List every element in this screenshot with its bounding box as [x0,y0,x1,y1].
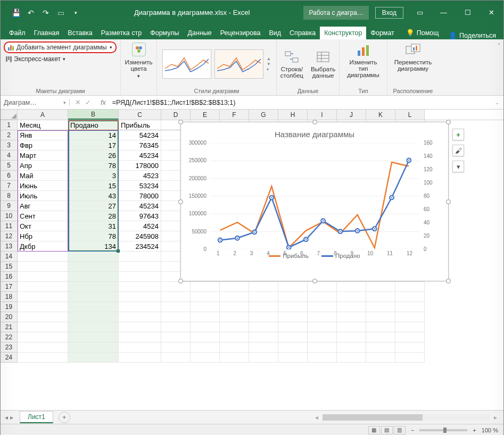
tab-data[interactable]: Данные [184,27,216,39]
cell[interactable] [366,302,395,312]
cell[interactable] [191,342,220,353]
cell[interactable] [337,302,366,312]
cell[interactable] [18,322,68,332]
cell[interactable] [249,342,278,353]
col-header-E[interactable]: E [191,110,220,120]
cell[interactable] [220,322,249,332]
zoom-slider[interactable] [419,429,467,431]
cell[interactable] [119,342,161,353]
view-page-layout-icon[interactable]: ▤ [381,426,393,434]
col-header-L[interactable]: L [395,110,425,120]
row-header[interactable]: 22 [1,332,18,342]
cell[interactable] [191,312,220,322]
row-header[interactable]: 21 [1,322,18,332]
cell[interactable] [119,282,161,292]
col-header-H[interactable]: H [278,110,308,120]
col-header-G[interactable]: G [249,110,278,120]
cell[interactable] [366,282,395,292]
cell[interactable] [161,312,191,322]
cell[interactable] [278,302,308,312]
chart-style-1[interactable] [162,49,211,79]
cell[interactable] [337,342,366,353]
cell[interactable] [68,332,119,342]
cell[interactable] [278,292,308,302]
cell[interactable]: Продано [68,120,119,130]
cell[interactable]: 3 [68,171,119,181]
cell[interactable]: Июнь [18,181,68,191]
sheet-tab-1[interactable]: Лист1 [20,411,53,423]
col-header-J[interactable]: J [337,110,366,120]
sheet-nav-prev-icon[interactable]: ◂ [5,414,8,421]
cell[interactable] [161,332,191,342]
cell[interactable] [18,342,68,353]
cell[interactable] [68,302,119,312]
row-header[interactable]: 1 [1,120,18,130]
cell[interactable] [161,292,191,302]
tab-view[interactable]: Вид [265,27,285,39]
cell[interactable]: 31 [68,221,119,231]
cell[interactable]: Месяц [18,120,68,130]
cell[interactable]: 26 [68,150,119,161]
row-header[interactable]: 9 [1,201,18,211]
cell[interactable]: 43 [68,191,119,201]
undo-icon[interactable]: ↶ [26,8,36,18]
cell[interactable]: 245908 [119,231,161,241]
row-header[interactable]: 3 [1,140,18,150]
cell[interactable] [366,312,395,322]
tell-me[interactable]: 💡Помощ [402,26,443,39]
cell[interactable] [308,282,337,292]
cell[interactable] [395,292,425,302]
tab-help[interactable]: Справка [285,27,320,39]
row-header[interactable]: 2 [1,130,18,140]
cell[interactable]: 178000 [119,161,161,171]
cell[interactable] [220,353,249,363]
cell[interactable] [278,322,308,332]
row-header[interactable]: 20 [1,312,18,322]
row-header[interactable]: 17 [1,282,18,292]
cell[interactable] [68,312,119,322]
cell[interactable]: Дкбр [18,241,68,252]
cell[interactable] [191,353,220,363]
cell[interactable] [249,302,278,312]
cell[interactable] [220,342,249,353]
row-header[interactable]: 11 [1,221,18,231]
cell[interactable] [119,353,161,363]
cell[interactable] [366,353,395,363]
collapse-ribbon-icon[interactable]: ˄ [498,43,500,48]
cell[interactable] [68,353,119,363]
cell[interactable] [308,322,337,332]
cell[interactable]: 76345 [119,140,161,150]
cell[interactable]: 27 [68,201,119,211]
cell[interactable] [249,353,278,363]
cell[interactable]: 15 [68,181,119,191]
cell[interactable] [337,353,366,363]
cell[interactable]: Март [18,150,68,161]
cell[interactable] [308,302,337,312]
cell[interactable]: 54234 [119,130,161,140]
cancel-formula-icon[interactable]: ✕ [75,98,81,106]
col-header-I[interactable]: I [308,110,337,120]
cell[interactable]: 78 [68,161,119,171]
cell[interactable] [337,292,366,302]
hscroll-right-icon[interactable]: ▸ [491,414,500,421]
cell[interactable] [308,353,337,363]
tab-insert[interactable]: Вставка [63,27,96,39]
accept-formula-icon[interactable]: ✓ [85,98,91,106]
close-icon[interactable]: ✕ [480,5,503,21]
chart-object[interactable]: Название диаграммы 300000250000200000150… [180,122,449,281]
row-header[interactable]: 13 [1,241,18,252]
col-header-A[interactable]: A [18,110,68,120]
cell[interactable] [191,282,220,292]
cell[interactable] [68,252,119,262]
cell[interactable] [220,292,249,302]
row-header[interactable]: 5 [1,161,18,171]
cell[interactable] [337,332,366,342]
row-header[interactable]: 14 [1,252,18,262]
cell[interactable] [191,302,220,312]
cell[interactable]: 78000 [119,191,161,201]
cell[interactable] [161,353,191,363]
cell[interactable] [18,312,68,322]
cell[interactable] [308,342,337,353]
cell[interactable] [395,302,425,312]
cell[interactable]: Апр [18,161,68,171]
